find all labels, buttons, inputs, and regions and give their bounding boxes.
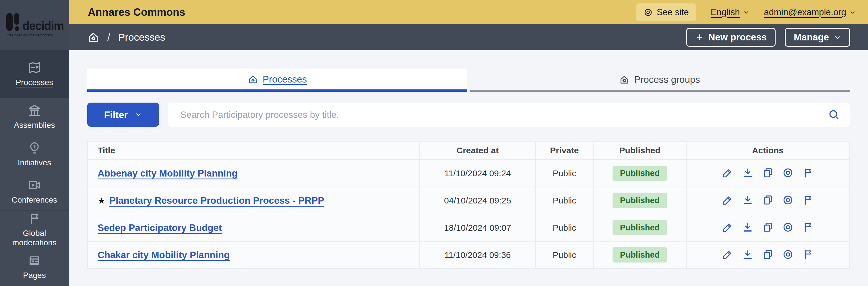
table-row: Abbenay city Mobility Planning 11/10/202… (88, 159, 849, 187)
organization-name: Annares Commons (88, 6, 185, 19)
filter-label: Filter (104, 109, 128, 120)
published-badge: Published (613, 166, 668, 181)
published-badge: Published (613, 220, 668, 235)
flag-icon[interactable] (802, 249, 814, 260)
edit-pencil-icon[interactable] (722, 221, 733, 233)
edit-pencil-icon[interactable] (722, 249, 733, 260)
row-actions (722, 221, 814, 233)
column-header-actions: Actions (686, 141, 849, 159)
table-header-row: Title Created at Private Published Actio… (88, 141, 849, 159)
see-site-button[interactable]: See site (636, 3, 696, 21)
top-bar: Annares Commons See site English admin@e… (69, 0, 868, 24)
preview-eye-icon[interactable] (782, 167, 794, 179)
language-dropdown[interactable]: English (711, 7, 750, 17)
user-email: admin@example.org (764, 7, 846, 17)
published-badge: Published (613, 247, 668, 262)
see-site-label: See site (657, 7, 689, 17)
sidebar-item-conferences[interactable]: Conferences (0, 173, 69, 210)
sidebar-item-assemblies[interactable]: Assemblies (0, 98, 69, 135)
new-process-label: New process (708, 32, 767, 43)
copy-icon[interactable] (762, 167, 774, 179)
chevron-down-icon (849, 9, 856, 16)
published-badge: Published (613, 193, 668, 208)
manage-dropdown-button[interactable]: Manage (785, 28, 850, 47)
row-actions (722, 167, 814, 179)
private-value: Public (553, 169, 577, 178)
private-value: Public (553, 223, 577, 233)
chevron-down-icon (743, 9, 750, 16)
lightbulb-flash-icon (28, 141, 41, 155)
language-label: English (711, 7, 740, 17)
flag-icon (28, 212, 41, 225)
new-process-button[interactable]: New process (686, 28, 776, 47)
breadcrumb-separator: / (107, 31, 110, 43)
decidim-logo: decidim (6, 13, 64, 32)
private-value: Public (553, 250, 577, 260)
main-content: Processes Process groups Filter Title Cr… (69, 50, 868, 286)
download-icon[interactable] (742, 167, 753, 179)
treasure-map-icon (28, 61, 41, 74)
sidebar-item-initiatives[interactable]: Initiatives (0, 135, 69, 173)
highlighted-star-icon: ★ (98, 196, 105, 206)
column-header-private: Private (536, 141, 594, 159)
table-row: ★Planetary Resource Production Process -… (88, 187, 849, 214)
filter-button[interactable]: Filter (87, 103, 159, 127)
copy-icon[interactable] (762, 221, 774, 233)
edit-pencil-icon[interactable] (722, 167, 733, 179)
copy-icon[interactable] (762, 194, 774, 206)
process-title-link[interactable]: Planetary Resource Production Process - … (110, 195, 324, 206)
search-field (168, 103, 849, 127)
tab-bar: Processes Process groups (87, 69, 849, 92)
eye-icon (644, 8, 653, 17)
logo-block[interactable]: decidim free open-source democracy (0, 0, 69, 50)
pages-icon (28, 254, 41, 267)
manage-label: Manage (794, 32, 829, 43)
admin-sidebar: Processes Assemblies Initiatives Confere… (0, 50, 69, 286)
search-input[interactable] (168, 103, 849, 127)
created-at-value: 04/10/2024 09:25 (444, 196, 511, 205)
filter-search-row: Filter (87, 103, 849, 127)
column-header-created-at: Created at (420, 141, 535, 159)
table-row: Chakar city Mobility Planning 11/10/2024… (88, 241, 849, 269)
home-gear-icon (619, 74, 629, 85)
edit-pencil-icon[interactable] (722, 194, 733, 206)
process-title-link[interactable]: Abbenay city Mobility Planning (98, 168, 238, 179)
column-header-title: Title (88, 141, 420, 159)
download-icon[interactable] (742, 221, 753, 233)
bank-icon (28, 103, 41, 117)
sidebar-item-pages[interactable]: Pages (0, 248, 69, 286)
created-at-value: 11/10/2024 09:36 (444, 250, 510, 260)
flag-icon[interactable] (802, 194, 814, 206)
private-value: Public (553, 196, 577, 205)
copy-icon[interactable] (762, 249, 774, 260)
download-icon[interactable] (742, 249, 753, 260)
decidim-logo-icon (6, 13, 21, 32)
flag-icon[interactable] (802, 221, 814, 233)
table-row: Sedep Participatory Budget 18/10/2024 09… (88, 214, 849, 241)
sidebar-item-global-moderations[interactable]: Global moderations (0, 211, 69, 248)
user-menu-dropdown[interactable]: admin@example.org (764, 7, 856, 17)
row-actions (722, 194, 814, 206)
tab-process-groups[interactable]: Process groups (470, 69, 849, 92)
process-title-link[interactable]: Chakar city Mobility Planning (98, 250, 229, 260)
tab-processes[interactable]: Processes (87, 69, 467, 92)
row-actions (722, 249, 814, 260)
search-icon[interactable] (828, 109, 840, 121)
preview-eye-icon[interactable] (782, 221, 794, 233)
created-at-value: 18/10/2024 09:07 (444, 223, 511, 233)
chevron-down-icon (834, 34, 841, 41)
process-title-link[interactable]: Sedep Participatory Budget (98, 222, 222, 233)
flag-icon[interactable] (802, 167, 814, 179)
preview-eye-icon[interactable] (782, 194, 794, 206)
created-at-value: 11/10/2024 09:24 (444, 169, 510, 178)
admin-sub-bar: / Processes New process Manage (69, 24, 868, 50)
preview-eye-icon[interactable] (782, 249, 794, 260)
plus-icon (695, 33, 704, 41)
home-icon[interactable] (87, 31, 99, 43)
download-icon[interactable] (742, 194, 753, 206)
sidebar-item-processes[interactable]: Processes (0, 50, 69, 98)
home-gear-icon (248, 74, 258, 84)
processes-table: Title Created at Private Published Actio… (87, 141, 849, 269)
breadcrumb-page[interactable]: Processes (118, 32, 165, 43)
logo-brand: decidim (22, 20, 64, 32)
